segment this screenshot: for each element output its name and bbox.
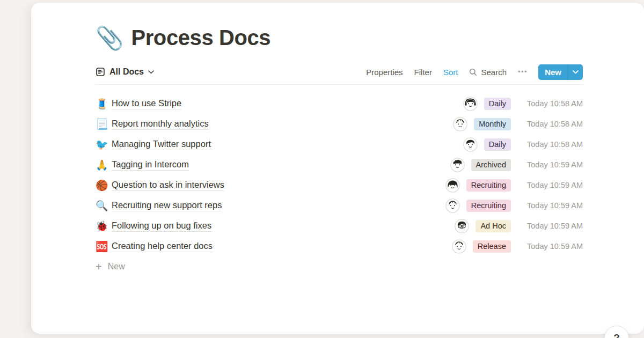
doc-emoji-icon: 🏀 (96, 180, 112, 190)
doc-row[interactable]: 🔍 Recruiting new support reps Recruiting… (96, 195, 583, 216)
page-header: 📎 Process Docs (96, 26, 583, 50)
doc-row[interactable]: 🧵 How to use Stripe Daily Today 10:58 AM (96, 93, 583, 114)
category-tag: Recruiting (466, 179, 511, 192)
sort-button[interactable]: Sort (443, 67, 459, 78)
doc-emoji-icon: 🧵 (96, 99, 112, 109)
author-avatar (452, 239, 466, 254)
view-label: All Docs (109, 67, 144, 77)
category-tag: Recruiting (466, 200, 511, 212)
plus-icon: + (96, 261, 102, 272)
category-tag: Monthly (474, 118, 511, 130)
row-meta: Release (452, 239, 511, 254)
category-tag: Ad Hoc (475, 220, 511, 232)
new-button[interactable]: New (538, 64, 583, 80)
toolbar-actions: Properties Filter Sort Search ••• New (365, 64, 583, 80)
chevron-down-icon (148, 70, 154, 74)
author-avatar (450, 158, 465, 172)
edited-timestamp: Today 10:59 AM (511, 222, 583, 230)
doc-title-link[interactable]: Tagging in Intercom (112, 159, 189, 171)
doc-title-link[interactable]: Report monthly analytics (112, 119, 209, 130)
doc-title-link[interactable]: How to use Stripe (112, 98, 181, 109)
row-meta: Recruiting (445, 178, 511, 193)
edited-timestamp: Today 10:59 AM (511, 181, 583, 189)
author-avatar (445, 199, 460, 213)
view-switcher-all-docs[interactable]: All Docs (96, 67, 154, 77)
search-label: Search (481, 68, 507, 77)
doc-emoji-icon: 📃 (96, 119, 112, 129)
doc-emoji-icon: 🙏 (96, 160, 112, 170)
author-avatar (463, 137, 478, 152)
doc-emoji-icon: 🆘 (96, 241, 112, 252)
database-toolbar: All Docs Properties Filter Sort (96, 64, 583, 80)
doc-emoji-icon: 🐞 (96, 221, 112, 231)
chevron-down-icon[interactable] (568, 64, 583, 80)
doc-title-link[interactable]: Managing Twitter support (112, 139, 211, 150)
toolbar-divider (96, 84, 583, 85)
new-row-label: New (108, 262, 125, 271)
row-meta: Archived (450, 158, 511, 172)
more-options-button[interactable]: ••• (517, 67, 528, 78)
row-meta: Recruiting (445, 199, 511, 213)
search-button[interactable]: Search (469, 67, 507, 78)
doc-row[interactable]: 🐦 Managing Twitter support Daily Today 1… (96, 134, 583, 155)
row-meta: Daily (463, 97, 511, 111)
doc-row[interactable]: 📃 Report monthly analytics Monthly Today… (96, 114, 583, 134)
doc-title-link[interactable]: Following up on bug fixes (112, 221, 211, 232)
doc-title-link[interactable]: Creating help center docs (112, 241, 213, 252)
doc-emoji-icon: 🐦 (96, 139, 112, 150)
row-meta: Monthly (453, 117, 511, 131)
doc-row[interactable]: 🙏 Tagging in Intercom Archived Today 10:… (96, 155, 583, 175)
edited-timestamp: Today 10:59 AM (511, 160, 583, 169)
edited-timestamp: Today 10:59 AM (511, 242, 583, 251)
author-avatar (445, 178, 460, 193)
author-avatar (453, 117, 467, 131)
page-title[interactable]: Process Docs (131, 26, 270, 50)
doc-row[interactable]: 🐞 Following up on bug fixes Ad Hoc Today… (96, 216, 583, 236)
doc-title-link[interactable]: Recruiting new support reps (112, 200, 222, 211)
author-avatar (455, 219, 469, 233)
notion-page-card: 📎 Process Docs All Docs P (31, 3, 644, 334)
category-tag: Daily (484, 98, 511, 110)
paperclip-page-icon[interactable]: 📎 (96, 27, 123, 49)
edited-timestamp: Today 10:58 AM (511, 120, 583, 128)
row-meta: Ad Hoc (455, 219, 511, 233)
properties-button[interactable]: Properties (365, 67, 403, 78)
row-meta: Daily (463, 137, 511, 152)
new-row-button[interactable]: + New (96, 256, 583, 277)
category-tag: Release (473, 240, 511, 253)
edited-timestamp: Today 10:59 AM (511, 201, 583, 210)
search-icon (469, 68, 477, 76)
new-button-label: New (538, 64, 568, 80)
doc-emoji-icon: 🔍 (96, 201, 112, 211)
filter-button[interactable]: Filter (414, 67, 433, 78)
category-tag: Archived (471, 159, 511, 171)
list-view-icon (96, 67, 105, 77)
author-avatar (463, 97, 478, 111)
edited-timestamp: Today 10:58 AM (511, 99, 583, 108)
edited-timestamp: Today 10:58 AM (511, 140, 583, 149)
page-content: 📎 Process Docs All Docs P (31, 26, 644, 277)
doc-list: 🧵 How to use Stripe Daily Today 10:58 AM… (96, 93, 583, 256)
help-question-mark: ? (613, 332, 620, 338)
doc-row[interactable]: 🏀 Question to ask in interviews Recruiti… (96, 175, 583, 195)
doc-row[interactable]: 🆘 Creating help center docs Release Toda… (96, 236, 583, 256)
doc-title-link[interactable]: Question to ask in interviews (112, 180, 224, 191)
category-tag: Daily (484, 138, 511, 151)
